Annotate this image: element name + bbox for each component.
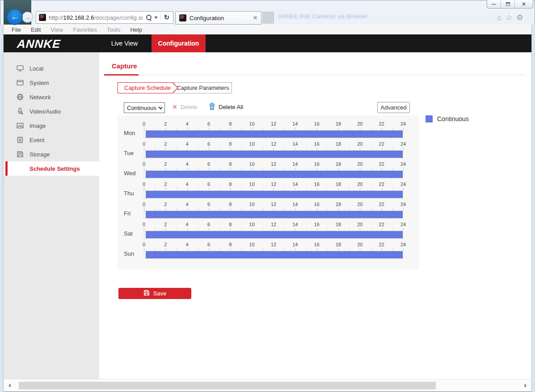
tick-label: 2 xyxy=(164,181,167,187)
search-icon[interactable] xyxy=(146,15,152,21)
refresh-icon[interactable]: ↻ xyxy=(164,13,170,21)
maximize-button[interactable] xyxy=(501,0,515,8)
tick-label: 24 xyxy=(400,222,406,227)
schedule-track[interactable] xyxy=(144,211,403,219)
scroll-left-button[interactable]: ‹ xyxy=(5,381,14,390)
minimize-icon: — xyxy=(492,2,496,7)
schedule-track[interactable] xyxy=(144,190,403,198)
tick-label: 4 xyxy=(186,222,189,227)
menu-item-favorites[interactable]: Favorites xyxy=(73,26,97,33)
tick-label: 10 xyxy=(249,141,255,147)
window-icon xyxy=(16,79,24,87)
sidebar-item-label: System xyxy=(29,80,49,86)
url-text: http://192.168.2.6/doc/page/config.asp xyxy=(49,14,143,21)
browser-tab-configuration[interactable]: Configuration ✕ xyxy=(175,11,261,25)
tick-label: 16 xyxy=(314,202,320,207)
sidebar-item-system[interactable]: System xyxy=(4,76,99,90)
sidebar-item-label: Network xyxy=(29,94,51,101)
menu-item-tools[interactable]: Tools xyxy=(107,26,120,33)
tick-label: 8 xyxy=(229,202,232,207)
schedule-track[interactable] xyxy=(144,130,403,138)
tick-label: 0 xyxy=(143,202,145,207)
settings-gear-icon[interactable]: ⚙ xyxy=(517,13,523,22)
tick-label: 20 xyxy=(357,202,362,207)
save-icon xyxy=(143,290,150,297)
schedule-bar-continuous[interactable] xyxy=(146,211,403,218)
save-button[interactable]: Save xyxy=(118,288,191,299)
menu-item-edit[interactable]: Edit xyxy=(31,26,41,33)
scroll-right-button[interactable]: › xyxy=(521,381,530,390)
schedule-bar-continuous[interactable] xyxy=(146,251,403,258)
tab-capture-schedule[interactable]: Capture Schedule xyxy=(118,82,178,93)
tick-mark xyxy=(403,127,404,130)
advanced-button[interactable]: Advanced xyxy=(377,102,410,113)
schedule-track[interactable] xyxy=(144,150,403,158)
tick-label: 8 xyxy=(229,161,232,167)
browser-window: ← → http://192.168.2.6/doc/page/config.a… xyxy=(0,0,535,392)
close-button[interactable]: ✕ xyxy=(515,0,533,8)
chevron-down-icon[interactable] xyxy=(154,17,158,19)
tick-label: 2 xyxy=(164,161,167,167)
forward-button[interactable]: → xyxy=(22,12,33,23)
chevron-down-icon xyxy=(158,105,162,109)
calendar-icon xyxy=(16,136,24,144)
tick-label: 6 xyxy=(207,242,210,247)
schedule-bar-continuous[interactable] xyxy=(146,171,403,178)
menu-item-help[interactable]: Help xyxy=(130,26,142,33)
schedule-type-select[interactable]: Continuous xyxy=(124,102,165,113)
tick-label: 24 xyxy=(400,242,406,247)
delete-all-button[interactable]: Delete All xyxy=(209,102,243,112)
sidebar-item-video-audio[interactable]: Video/Audio xyxy=(4,104,99,118)
schedule-bar-continuous[interactable] xyxy=(146,131,403,138)
tab-close-icon[interactable]: ✕ xyxy=(253,15,257,21)
day-label: Sun xyxy=(124,250,144,257)
nav-tab-live-view[interactable]: Live View xyxy=(101,34,148,52)
tick-label: 6 xyxy=(207,181,210,187)
tick-label: 14 xyxy=(292,121,298,126)
scroll-thumb[interactable] xyxy=(19,382,436,389)
camera-favicon-icon xyxy=(179,14,186,21)
tick-label: 20 xyxy=(357,181,362,187)
day-label: Wed xyxy=(124,170,144,177)
tab-capture-parameters[interactable]: Capture Parameters xyxy=(174,82,232,93)
tick-label: 2 xyxy=(164,242,167,247)
delete-button[interactable]: ✕ Delete xyxy=(172,103,197,110)
sidebar-item-storage[interactable]: Storage xyxy=(4,147,99,161)
back-button[interactable]: ← xyxy=(7,9,23,25)
schedule-track[interactable] xyxy=(144,170,403,178)
tick-label: 18 xyxy=(336,181,341,187)
minimize-button[interactable]: — xyxy=(487,0,501,8)
menu-item-file[interactable]: File xyxy=(12,26,21,33)
tick-label: 18 xyxy=(336,242,341,247)
tick-label: 22 xyxy=(379,161,384,167)
new-tab-button[interactable] xyxy=(262,12,274,24)
sidebar-item-schedule-settings[interactable]: Schedule Settings xyxy=(4,161,99,176)
time-ruler: 024681012141618202224 xyxy=(144,202,403,207)
schedule-bar-continuous[interactable] xyxy=(146,191,403,198)
tick-label: 6 xyxy=(207,141,210,147)
sidebar-item-network[interactable]: Network xyxy=(4,90,99,104)
home-icon[interactable]: ⌂ xyxy=(497,13,501,22)
schedule-bar-continuous[interactable] xyxy=(146,231,403,238)
favorites-star-icon[interactable]: ☆ xyxy=(506,13,512,22)
day-label: Fri xyxy=(124,210,144,217)
schedule-row: Fri024681012141618202224 xyxy=(124,202,412,222)
sidebar-item-local[interactable]: Local xyxy=(4,61,99,76)
time-ruler: 024681012141618202224 xyxy=(144,121,403,127)
tick-label: 2 xyxy=(164,141,167,147)
address-bar[interactable]: http://192.168.2.6/doc/page/config.asp ↻ xyxy=(36,11,173,24)
sidebar-item-label: Image xyxy=(29,122,46,129)
h-scrollbar[interactable]: ‹ › xyxy=(4,379,531,391)
tick-label: 4 xyxy=(186,161,189,167)
menu-item-view[interactable]: View xyxy=(51,26,63,33)
sidebar-item-event[interactable]: Event xyxy=(4,133,99,147)
sidebar-item-image[interactable]: Image xyxy=(4,118,99,133)
schedule-track[interactable] xyxy=(144,231,403,239)
schedule-track[interactable] xyxy=(144,251,403,259)
schedule-bar-continuous[interactable] xyxy=(146,151,403,158)
tab-capture-schedule-label: Capture Schedule xyxy=(124,84,171,91)
nav-tab-configuration[interactable]: Configuration xyxy=(152,34,206,52)
save-label: Save xyxy=(153,290,167,297)
tick-label: 14 xyxy=(292,181,298,187)
tick-label: 10 xyxy=(249,202,255,207)
